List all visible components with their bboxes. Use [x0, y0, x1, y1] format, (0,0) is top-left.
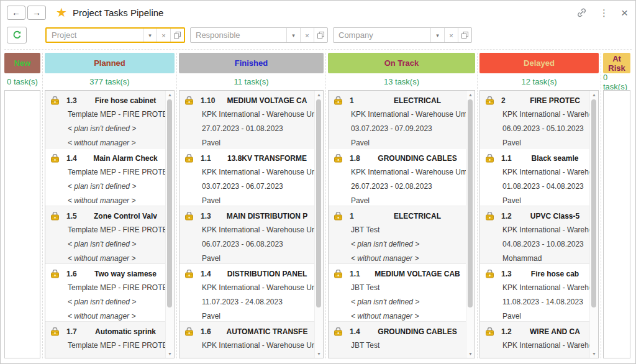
column-body-ontrack: 1ELECTRICALKPK International - Warehouse… — [328, 90, 475, 358]
task-card[interactable]: 1.4GROUNDING CABLESJBT Test — [329, 322, 466, 358]
favorite-star-icon[interactable]: ★ — [56, 6, 67, 19]
scrollbar-thumb[interactable] — [468, 99, 473, 307]
card-line: KPK International - Warehouse — [485, 339, 590, 353]
scroll-down-icon[interactable]: ▼ — [315, 352, 323, 356]
refresh-button[interactable] — [7, 27, 27, 43]
column-header-atrisk: At Risk — [603, 53, 630, 73]
card-line: 06.09.2023 - 05.10.2023 — [485, 122, 590, 136]
task-card[interactable]: 2FIRE PROTECKPK International - Warehous… — [480, 91, 590, 148]
card-line: 06.07.2023 - 06.08.2023 — [184, 237, 315, 252]
task-card[interactable]: 1.2UPVC Class-5KPK International - Wareh… — [480, 206, 590, 264]
column-header-planned: Planned — [45, 53, 175, 73]
task-card[interactable]: 1.5Zone Control ValvTemplate MEP - FIRE … — [45, 206, 166, 264]
card-line: 04.08.2023 - 10.08.2023 — [485, 237, 590, 252]
forward-button[interactable]: → — [27, 6, 46, 20]
scrollbar-thumb[interactable] — [316, 99, 321, 307]
task-card[interactable]: 1.113.8KV TRANSFORMEKPK International - … — [179, 148, 315, 206]
responsible-dropdown-caret-icon[interactable]: ▾ — [286, 28, 300, 42]
task-card[interactable]: 1.4Main Alarm CheckTemplate MEP - FIRE P… — [45, 148, 166, 206]
scrollbar-thumb[interactable] — [167, 99, 172, 307]
scroll-down-icon[interactable]: ▼ — [166, 352, 174, 356]
column-count-atrisk: 0 task(s) — [603, 73, 630, 90]
company-clear-icon[interactable]: × — [444, 28, 458, 42]
card-number: 1.3 — [66, 96, 85, 105]
card-title-row: 1.6AUTOMATIC TRANSFE — [184, 324, 315, 339]
task-card[interactable]: 1.3MAIN DISTRIBUTION PKPK International … — [179, 206, 315, 264]
scroll-up-icon[interactable]: ▲ — [466, 93, 475, 97]
task-card[interactable]: 1.3Fire hose cabinetTemplate MEP - FIRE … — [45, 91, 166, 148]
card-line: KPK International - Warehouse — [485, 107, 590, 122]
scrollbar[interactable]: ▲▼ — [466, 91, 475, 358]
scroll-up-icon[interactable]: ▲ — [166, 93, 174, 97]
scroll-up-icon[interactable]: ▲ — [590, 93, 598, 97]
responsible-filter-input[interactable] — [191, 28, 286, 42]
column-count-finished: 11 task(s) — [179, 73, 324, 90]
scrollbar[interactable]: ▲▼ — [589, 91, 598, 358]
task-card[interactable]: 1.4DISTRIBUTION PANELKPK International -… — [179, 264, 315, 322]
link-icon[interactable] — [576, 7, 587, 18]
card-number: 1.4 — [350, 327, 368, 336]
task-card[interactable]: 1.6AUTOMATIC TRANSFEKPK International - … — [179, 322, 315, 358]
column-body-planned: 1.3Fire hose cabinetTemplate MEP - FIRE … — [45, 90, 175, 358]
close-icon[interactable]: × — [621, 7, 628, 19]
scroll-down-icon[interactable]: ▼ — [466, 352, 475, 356]
card-line: JBT Test — [334, 281, 466, 295]
card-line: 03.07.2023 - 06.07.2023 — [184, 180, 315, 194]
task-card[interactable]: 1.6Two way siameseTemplate MEP - FIRE PR… — [45, 264, 166, 322]
scrollbar[interactable]: ▲▼ — [165, 91, 174, 358]
task-card[interactable]: 1.1MEDIUM VOLTAGE CABJBT Test< plan isn'… — [329, 264, 466, 322]
column-atrisk: At Risk0 task(s) — [603, 53, 630, 358]
company-filter-input[interactable] — [334, 28, 430, 42]
task-card[interactable]: 1.3Fire hose cabKPK International - Ware… — [480, 264, 590, 322]
card-number: 1.8 — [350, 154, 368, 163]
lane-separator — [601, 53, 601, 358]
card-number: 2 — [501, 96, 520, 105]
back-button[interactable]: ← — [7, 6, 25, 20]
card-title-row: 1.6Two way siamese — [50, 266, 166, 281]
lock-icon — [485, 327, 494, 336]
task-card[interactable]: 1.7Automatic sprinkTemplate MEP - FIRE P… — [45, 322, 166, 358]
column-body-finished: 1.10MEDIUM VOLTAGE CAKPK International -… — [179, 90, 324, 358]
filter-company: ▾ × — [333, 27, 472, 43]
card-title-row: 1ELECTRICAL — [334, 93, 466, 107]
card-name: MEDIUM VOLTAGE CAB — [368, 270, 466, 278]
scrollbar[interactable]: ▲▼ — [314, 91, 323, 358]
window: ← → ★ Project Tasks Pipeline ⋮ × — [0, 0, 636, 364]
card-number: 1.2 — [501, 212, 520, 221]
lock-icon — [50, 154, 60, 163]
card-name: WIRE AND CA — [520, 327, 590, 336]
column-header-new: New — [4, 53, 40, 73]
project-filter-input[interactable] — [47, 29, 143, 42]
task-card[interactable]: 1.2WIRE AND CAKPK International - Wareho… — [480, 322, 590, 358]
card-list: 1.3Fire hose cabinetTemplate MEP - FIRE … — [45, 91, 166, 358]
task-card[interactable]: 1.10MEDIUM VOLTAGE CAKPK International -… — [179, 91, 315, 148]
task-card[interactable]: 1.1Black seamleKPK International - Wareh… — [480, 148, 590, 206]
task-card[interactable]: 1.8GROUNDING CABLESKPK International - W… — [329, 148, 466, 206]
lock-icon — [334, 154, 343, 163]
responsible-clear-icon[interactable]: × — [300, 28, 314, 42]
card-title-row: 1.3MAIN DISTRIBUTION P — [184, 209, 315, 223]
menu-kebab-icon[interactable]: ⋮ — [599, 8, 609, 17]
lock-icon — [184, 212, 194, 221]
column-header-ontrack: On Track — [328, 53, 475, 73]
scroll-up-icon[interactable]: ▲ — [315, 93, 323, 97]
card-title-row: 1.4DISTRIBUTION PANEL — [184, 266, 315, 281]
card-name: Fire hose cab — [520, 270, 590, 278]
company-popup-icon[interactable] — [458, 28, 471, 42]
column-new: New0 task(s) — [4, 53, 40, 358]
project-clear-icon[interactable]: × — [157, 29, 170, 42]
lock-icon — [334, 327, 343, 336]
project-popup-icon[interactable] — [170, 29, 184, 42]
filter-project: ▾ × — [45, 27, 185, 43]
card-line: < plan isn't defined > — [334, 295, 466, 309]
scrollbar-thumb[interactable] — [591, 99, 596, 307]
responsible-popup-icon[interactable] — [314, 28, 327, 42]
task-card[interactable]: 1ELECTRICALJBT Test< plan isn't defined … — [329, 206, 466, 264]
company-dropdown-caret-icon[interactable]: ▾ — [430, 28, 444, 42]
card-title-row: 1.4Main Alarm Check — [50, 151, 166, 165]
project-dropdown-caret-icon[interactable]: ▾ — [143, 29, 157, 42]
task-card[interactable]: 1ELECTRICALKPK International - Warehouse… — [329, 91, 466, 148]
card-title-row: 1.1Black seamle — [485, 151, 590, 165]
card-line: 11.07.2023 - 24.08.2023 — [184, 295, 315, 309]
scroll-down-icon[interactable]: ▼ — [590, 352, 598, 356]
